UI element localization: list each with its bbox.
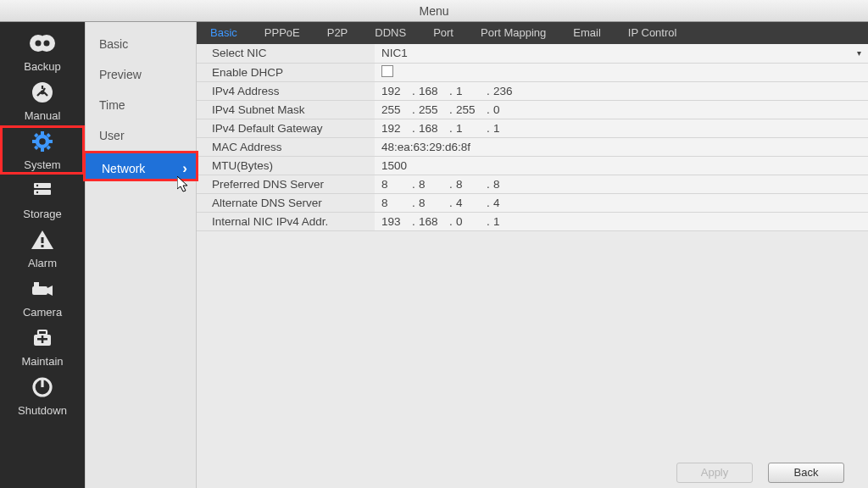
tab-email[interactable]: Email <box>559 22 615 44</box>
svg-rect-28 <box>42 336 44 343</box>
nav-label: Shutdown <box>18 404 67 417</box>
field-value-select-nic[interactable]: NIC1▾ <box>375 44 868 63</box>
shutdown-icon <box>29 374 56 402</box>
tab-pppoe[interactable]: PPPoE <box>251 22 314 44</box>
tab-basic[interactable]: Basic <box>197 22 251 44</box>
svg-point-18 <box>36 191 38 193</box>
svg-point-2 <box>36 41 42 47</box>
maintain-icon <box>29 325 56 353</box>
field-value-ipv4-default-gateway[interactable]: 192.168.1.1 <box>375 119 868 137</box>
svg-line-12 <box>47 135 50 137</box>
nav-label: Maintain <box>21 355 63 368</box>
nav-label: Manual <box>25 109 61 122</box>
field-value-mac-address[interactable]: 48:ea:63:29:d6:8f <box>375 137 868 156</box>
svg-line-14 <box>47 147 50 149</box>
manual-icon <box>29 80 56 108</box>
nav-label: Alarm <box>28 257 57 269</box>
nav-label: Camera <box>23 306 62 319</box>
svg-point-5 <box>41 91 45 95</box>
field-label: Alternate DNS Server <box>197 193 375 212</box>
field-label: Enable DHCP <box>197 63 375 81</box>
system-icon <box>29 129 56 157</box>
svg-line-13 <box>36 147 38 149</box>
svg-marker-23 <box>47 286 53 296</box>
subnav-item-preview[interactable]: Preview <box>86 59 196 90</box>
nav-label: Backup <box>24 60 60 73</box>
back-button[interactable]: Back <box>768 463 844 483</box>
nav-label: Storage <box>23 208 62 220</box>
subnav-item-user[interactable]: User <box>86 120 196 151</box>
svg-point-3 <box>44 41 50 47</box>
nav-label: System <box>24 158 60 171</box>
field-value-enable-dhcp[interactable] <box>375 63 868 81</box>
nav-item-alarm[interactable]: Alarm <box>0 224 85 273</box>
nav-item-backup[interactable]: Backup <box>0 27 85 76</box>
chevron-down-icon: ▾ <box>857 48 861 58</box>
svg-rect-21 <box>42 245 44 247</box>
sub-nav: BasicPreviewTimeUserNetwork <box>85 22 197 488</box>
window-title: Menu <box>0 0 868 22</box>
svg-point-17 <box>36 185 38 186</box>
tab-ip-control[interactable]: IP Control <box>615 22 691 44</box>
subnav-item-network[interactable]: Network <box>83 151 198 181</box>
nav-item-storage[interactable]: Storage <box>0 175 85 224</box>
field-value-mtu-bytes-[interactable]: 1500 <box>375 156 868 175</box>
svg-rect-22 <box>32 286 47 295</box>
field-label: IPv4 Default Gateway <box>197 119 375 137</box>
alarm-icon <box>29 227 56 255</box>
tab-port-mapping[interactable]: Port Mapping <box>467 22 559 44</box>
storage-icon <box>29 178 56 206</box>
nav-item-maintain[interactable]: Maintain <box>0 322 85 371</box>
field-label: MTU(Bytes) <box>197 156 375 175</box>
checkbox[interactable] <box>381 65 393 77</box>
camera-icon <box>29 276 56 304</box>
field-label: IPv4 Subnet Mask <box>197 100 375 119</box>
svg-rect-26 <box>38 330 47 335</box>
field-label: Select NIC <box>197 44 375 63</box>
nav-item-manual[interactable]: Manual <box>0 76 85 125</box>
svg-rect-24 <box>34 282 39 286</box>
settings-form: Select NICNIC1▾Enable DHCPIPv4 Address19… <box>197 44 868 458</box>
apply-button[interactable]: Apply <box>676 463 753 483</box>
field-value-preferred-dns-server[interactable]: 8.8.8.8 <box>375 175 868 193</box>
field-label: Preferred DNS Server <box>197 175 375 193</box>
nav-item-shutdown[interactable]: Shutdown <box>0 371 85 420</box>
field-value-internal-nic-ipv4-addr-[interactable]: 193.168.0.1 <box>375 212 868 230</box>
field-label: MAC Address <box>197 137 375 156</box>
nav-item-system[interactable]: System <box>0 125 85 175</box>
field-value-ipv4-address[interactable]: 192.168.1.236 <box>375 81 868 100</box>
subnav-item-time[interactable]: Time <box>86 90 196 120</box>
tab-bar: BasicPPPoEP2PDDNSPortPort MappingEmailIP… <box>197 22 868 44</box>
nav-item-camera[interactable]: Camera <box>0 273 85 322</box>
field-label: IPv4 Address <box>197 81 375 100</box>
backup-icon <box>29 30 56 58</box>
subnav-item-basic[interactable]: Basic <box>86 29 196 59</box>
tab-ddns[interactable]: DDNS <box>361 22 420 44</box>
svg-rect-20 <box>42 237 44 243</box>
svg-point-6 <box>37 136 47 147</box>
tab-port[interactable]: Port <box>420 22 467 44</box>
field-value-ipv4-subnet-mask[interactable]: 255.255.255.0 <box>375 100 868 119</box>
tab-p2p[interactable]: P2P <box>314 22 362 44</box>
main-nav: BackupManualSystemStorageAlarmCameraMain… <box>0 22 85 488</box>
svg-line-11 <box>36 135 38 137</box>
field-value-alternate-dns-server[interactable]: 8.8.4.4 <box>375 193 868 212</box>
field-label: Internal NIC IPv4 Addr. <box>197 212 375 230</box>
